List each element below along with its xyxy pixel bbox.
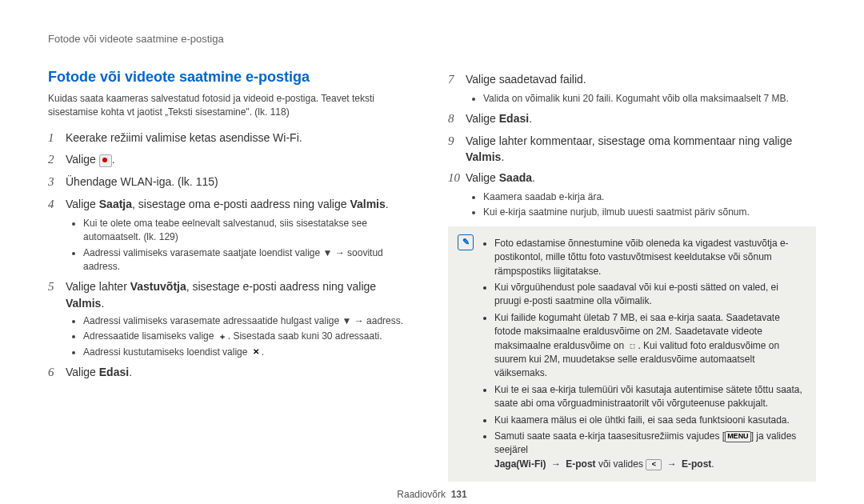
sub-text: Aadressi valimiseks varasemate saatjate … bbox=[83, 247, 322, 258]
step-text: , sisestage oma e-posti aadress ning val… bbox=[132, 198, 350, 210]
sub-text: . Sisestada saab kuni 30 adressaati. bbox=[228, 330, 382, 342]
record-icon bbox=[99, 154, 112, 167]
step-tail: . bbox=[386, 198, 389, 210]
step-text: Ühendage WLAN-iga. (lk. 115) bbox=[66, 174, 416, 191]
step-8: 8 Valige Edasi. bbox=[448, 110, 816, 128]
step-3: 3 Ühendage WLAN-iga. (lk. 115) bbox=[48, 174, 416, 191]
step-7: 7 Valige saadetavad failid. bbox=[448, 71, 816, 89]
step-10: 10 Valige Saada. bbox=[448, 170, 816, 187]
info-item: Kui failide kogumaht ületab 7 MB, ei saa… bbox=[494, 311, 806, 381]
info-item: Kui te ei saa e-kirja tulemüüri või kasu… bbox=[494, 383, 806, 411]
sub-item: Kaamera saadab e-kirja ära. bbox=[483, 190, 816, 204]
section-title: Fotode või videote saatmine e-postiga bbox=[48, 66, 416, 87]
sub-item: Aadressi valimiseks varasemate saatjate … bbox=[83, 246, 416, 274]
arrow-icon: → bbox=[551, 458, 561, 470]
step-tail: . bbox=[101, 297, 104, 310]
step-text: Keerake režiimi valimise ketas asendisse bbox=[66, 131, 273, 144]
page-number: 131 bbox=[451, 489, 467, 500]
step-5: 5 Valige lahter Vastuvõtja, sisestage e-… bbox=[48, 278, 416, 311]
bold-text: Saatja bbox=[99, 198, 132, 210]
step-number: 8 bbox=[448, 110, 466, 128]
sub-item: Kui e-kirja saatmine nurjub, ilmub uuest… bbox=[483, 206, 816, 219]
sub-item: Valida on võimalik kuni 20 faili. Koguma… bbox=[483, 92, 816, 106]
step-tail: . bbox=[532, 171, 535, 184]
step-number: 6 bbox=[48, 364, 66, 382]
step-6: 6 Valige Edasi. bbox=[48, 364, 416, 382]
step-number: 4 bbox=[48, 196, 66, 214]
info-text: . bbox=[711, 458, 714, 470]
bold-text: E-post bbox=[682, 458, 711, 470]
bold-text: Edasi bbox=[99, 366, 129, 378]
left-column: Fotode või videote saatmine e-postiga Ku… bbox=[48, 66, 416, 482]
step-text: Valige bbox=[466, 112, 499, 125]
share-icon: < bbox=[646, 459, 662, 470]
step-7-sublist: Valida on võimalik kuni 20 faili. Koguma… bbox=[464, 92, 816, 106]
info-item: Kui kaamera mälus ei ole ühtki faili, ei… bbox=[494, 414, 806, 427]
sub-text: Aadressi valimiseks varasemate adressaat… bbox=[83, 315, 342, 326]
step-number: 2 bbox=[48, 151, 66, 169]
sub-text: → aadress. bbox=[351, 315, 403, 326]
step-text: Valige bbox=[66, 198, 99, 210]
info-text: või valides bbox=[596, 458, 646, 470]
step-number: 3 bbox=[48, 174, 66, 191]
info-item: Samuti saate saata e-kirja taasesitusrež… bbox=[494, 430, 806, 471]
info-box: ✎ Foto edastamise õnnestumine võib olene… bbox=[448, 226, 816, 482]
bold-text: Valmis bbox=[466, 150, 501, 163]
bold-text: Valmis bbox=[350, 198, 385, 210]
step-number: 10 bbox=[448, 170, 466, 187]
step-text: Valige bbox=[66, 366, 99, 378]
step-text: Valige lahter kommentaar, sisestage oma … bbox=[466, 134, 792, 147]
info-text: Samuti saate saata e-kirja taasesitusrež… bbox=[494, 430, 725, 442]
step-4: 4 Valige Saatja, sisestage oma e-posti a… bbox=[48, 196, 416, 214]
sub-item: Adressaatide lisamiseks valige ＋. Sisest… bbox=[83, 330, 416, 343]
sub-text: . bbox=[262, 346, 264, 358]
bold-text: Edasi bbox=[499, 112, 529, 125]
step-tail: . bbox=[529, 112, 532, 125]
down-arrow-icon: ▼ bbox=[342, 315, 352, 326]
step-9: 9 Valige lahter kommentaar, sisestage om… bbox=[448, 133, 816, 166]
info-item: Kui võrguühendust pole saadaval või kui … bbox=[494, 281, 806, 309]
page-footer: Raadiovõrk 131 bbox=[48, 488, 816, 502]
x-icon: ✕ bbox=[250, 347, 262, 357]
step-number: 9 bbox=[448, 133, 466, 166]
bold-text: Saada bbox=[499, 171, 532, 184]
step-2: 2 Valige . bbox=[48, 151, 416, 169]
step-number: 5 bbox=[48, 278, 66, 311]
bold-text: E-post bbox=[566, 458, 595, 470]
right-column: 7 Valige saadetavad failid. Valida on võ… bbox=[448, 66, 816, 482]
bold-text: Jaga(Wi-Fi) bbox=[494, 458, 546, 470]
intro-text: Kuidas saata kaameras salvestatud fotosi… bbox=[48, 92, 416, 120]
footer-label: Raadiovõrk bbox=[397, 489, 446, 500]
info-icon: ✎ bbox=[458, 234, 474, 250]
arrow-icon: → bbox=[667, 458, 677, 470]
sub-item: Aadressi valimiseks varasemate adressaat… bbox=[83, 314, 416, 328]
step-tail: . bbox=[501, 150, 504, 163]
step-number: 1 bbox=[48, 130, 66, 147]
step-text: , sisestage e-posti aadress ning valige bbox=[186, 280, 376, 293]
step-tail: . bbox=[299, 131, 302, 144]
sub-item: Kui te olete oma teabe eelnevalt salvest… bbox=[83, 217, 416, 245]
step-text: Valige bbox=[66, 153, 99, 166]
step-tail: . bbox=[129, 366, 132, 378]
step-tail: . bbox=[112, 153, 115, 166]
step-5-sublist: Aadressi valimiseks varasemate adressaat… bbox=[64, 314, 416, 359]
plus-icon: ＋ bbox=[217, 332, 228, 342]
bold-text: Valmis bbox=[66, 297, 101, 310]
sub-text: Adressaatide lisamiseks valige bbox=[83, 330, 217, 342]
sub-text: Aadressi kustutamiseks loendist valige bbox=[83, 346, 250, 358]
menu-icon: MENU bbox=[725, 431, 751, 442]
bold-text: Vastuvõtja bbox=[130, 280, 186, 293]
step-number: 7 bbox=[448, 71, 466, 89]
resolution-icon: ⬚ bbox=[626, 341, 638, 350]
step-10-sublist: Kaamera saadab e-kirja ära. Kui e-kirja … bbox=[464, 190, 816, 220]
step-text: Valige saadetavad failid. bbox=[466, 71, 816, 89]
step-text: Valige lahter bbox=[66, 280, 130, 293]
step-4-sublist: Kui te olete oma teabe eelnevalt salvest… bbox=[64, 217, 416, 274]
step-1: 1 Keerake režiimi valimise ketas asendis… bbox=[48, 130, 416, 147]
wifi-icon: Wi-Fi bbox=[273, 131, 299, 144]
info-item: Foto edastamise õnnestumine võib oleneda… bbox=[494, 237, 806, 278]
sub-item: Aadressi kustutamiseks loendist valige ✕… bbox=[83, 346, 416, 359]
down-arrow-icon: ▼ bbox=[322, 247, 332, 258]
step-text: Valige bbox=[466, 171, 499, 184]
page-header: Fotode või videote saatmine e-postiga bbox=[48, 32, 816, 47]
